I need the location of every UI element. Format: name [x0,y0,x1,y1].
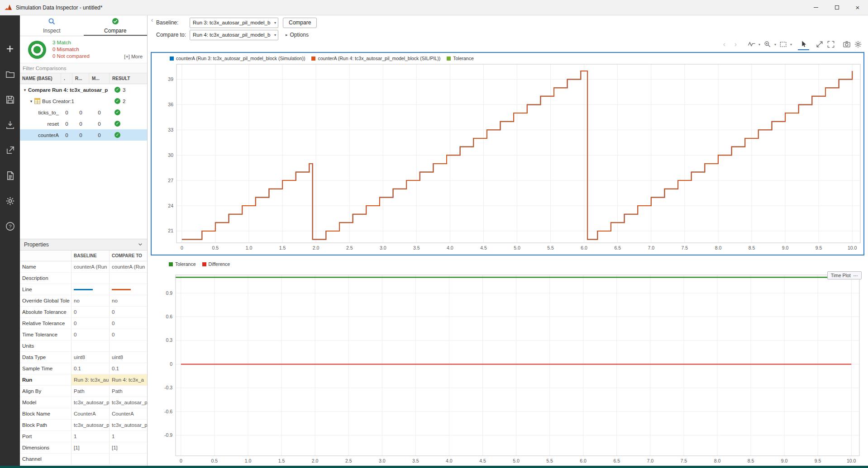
svg-text:39: 39 [168,76,173,82]
tree-row-signal-countera[interactable]: counterA 0 0 0 ✓ [20,129,147,141]
column-header-result[interactable]: RESULT [110,73,147,84]
create-report-button[interactable] [0,165,20,185]
property-label: Line [20,284,71,295]
export-button[interactable] [0,140,20,160]
zoom-region-button[interactable] [777,38,789,50]
tab-inspect[interactable]: Inspect [20,15,84,36]
fit-to-view-button[interactable] [814,38,825,50]
column-header-name[interactable]: NAME (BASE) [20,73,61,84]
mismatch-count: 0 Mismatch [52,46,90,53]
property-baseline-value: 0 [71,329,109,340]
property-baseline-value: no [71,295,109,306]
baseline-value: Run 3: tc3x_autosar_pil_model_b [193,20,270,25]
svg-text:0.3: 0.3 [166,337,172,343]
more-link[interactable]: [+] More [124,54,143,59]
property-compare-value: [1] [109,442,147,453]
expand-caret-icon[interactable]: ▾ [22,88,28,92]
comparison-plot-legend: counterA (Run 3: tc3x_autosar_pil_model_… [170,56,474,61]
property-baseline-value [71,273,109,284]
legend-item: Tolerance [169,261,196,267]
svg-text:-0.9: -0.9 [164,432,172,438]
baseline-label: Baseline: [156,19,190,26]
properties-table-header: BASELINE COMPARE TO [20,251,147,261]
property-baseline-value [71,284,109,295]
filter-comparisons-input[interactable]: Filter Comparisons [20,63,147,73]
zoom-button[interactable] [762,38,773,50]
property-label: Channel [20,454,71,464]
property-label: Absolute Tolerance [20,307,71,317]
legend-item: Difference [202,261,230,267]
tree-row-signal-reset[interactable]: reset 0 0 0 ✓ [20,118,147,129]
baseline-select[interactable]: Run 3: tc3x_autosar_pil_model_b ▾ [190,18,278,28]
pointer-button[interactable] [798,38,809,50]
chevron-down-icon[interactable]: ▾ [773,43,777,47]
minimize-button[interactable] [806,0,826,15]
compare-button[interactable]: Compare [283,18,317,28]
property-compare-value: CounterA [109,408,147,419]
signal-trace-button[interactable] [746,38,757,50]
chevron-down-icon[interactable]: ▾ [789,43,793,47]
app-icon [4,4,12,12]
collapse-panel-button[interactable]: ‹ [149,15,155,24]
summary-counts: 3 Match 0 Mismatch 0 Not compared [52,39,90,60]
property-row-data-type: Data Type uint8 uint8 [20,352,147,363]
new-button[interactable] [0,39,20,59]
svg-text:0: 0 [170,361,172,367]
property-compare-value [109,454,147,464]
property-row-model: Model tc3x_autosar_p tc3x_autosar_p [20,397,147,408]
signal-name: ticks_to_ [20,110,61,115]
comparison-time-plot[interactable]: 00.51.01.52.02.53.03.54.04.55.05.56.06.5… [151,52,864,255]
svg-text:4.5: 4.5 [479,458,486,463]
tab-compare[interactable]: Compare [84,15,148,36]
previous-button[interactable]: ‹ [719,38,730,50]
property-compare-value [109,284,147,295]
property-label: Block Path [20,420,71,430]
property-label: Name [20,261,71,272]
svg-text:6.0: 6.0 [581,245,587,251]
svg-text:9.5: 9.5 [815,458,821,463]
maximize-button[interactable] [826,0,847,15]
result-cell: ✓ [110,109,147,115]
tree-row-compare-run[interactable]: ▾ Compare Run 4: tc3x_autosar_p ✓ 3 [20,84,147,95]
property-baseline-value: CounterA [71,408,109,419]
svg-text:24: 24 [168,203,173,208]
rel-tol-value: 0 [72,110,89,115]
snapshot-camera-button[interactable] [841,38,852,50]
svg-text:6.5: 6.5 [614,245,621,251]
difference-time-plot[interactable]: 00.51.01.52.02.53.03.54.04.55.05.56.06.5… [151,259,864,466]
close-button[interactable]: × [847,0,868,15]
next-button[interactable]: › [730,38,741,50]
tree-row-signal-ticks[interactable]: ticks_to_ 0 0 0 ✓ [20,107,147,118]
property-row-units: Units [20,340,147,352]
tree-row-bus-creator[interactable]: ▾ Bus Creator:1 ✓ 2 [20,95,147,107]
import-button[interactable] [0,115,20,135]
svg-text:3.5: 3.5 [413,245,420,251]
preferences-gear-button[interactable] [0,191,20,211]
compare-to-select[interactable]: Run 4: tc3x_autosar_pil_model_b ▾ [190,30,278,40]
save-button[interactable] [0,90,20,109]
expand-caret-icon[interactable]: ▾ [28,99,34,104]
options-toggle[interactable]: ▸ Options [286,32,309,38]
help-button[interactable]: ? [0,216,20,236]
settings-gear-button[interactable] [852,38,863,50]
difference-plot-canvas[interactable]: 00.51.01.52.02.53.03.54.04.55.05.56.06.5… [151,259,864,466]
column-header-max[interactable]: M... [89,73,110,84]
properties-header[interactable]: Properties [20,239,147,251]
column-header-abs[interactable]: . [61,73,72,84]
window-controls: × [806,0,868,15]
property-label: Units [20,340,71,351]
time-plot-badge[interactable]: Time Plot ••• [827,271,862,279]
badge-menu-dots-icon[interactable]: ••• [854,274,858,277]
chevron-down-icon[interactable]: ▾ [757,43,762,47]
property-label: Relative Tolerance [20,318,71,329]
property-row-align-by: Align By Path Path [20,386,147,397]
open-folder-button[interactable] [0,64,20,84]
comparison-status-icon [28,41,46,59]
column-header-rel[interactable]: R... [72,73,89,84]
property-label: Block Name [20,408,71,419]
svg-text:8.5: 8.5 [748,458,754,463]
comparison-plot-canvas[interactable]: 00.51.01.52.02.53.03.54.04.55.05.56.06.5… [152,53,863,255]
fullscreen-button[interactable] [825,38,836,50]
legend-swatch-icon [169,262,173,266]
property-row-port: Port 1 1 [20,431,147,442]
